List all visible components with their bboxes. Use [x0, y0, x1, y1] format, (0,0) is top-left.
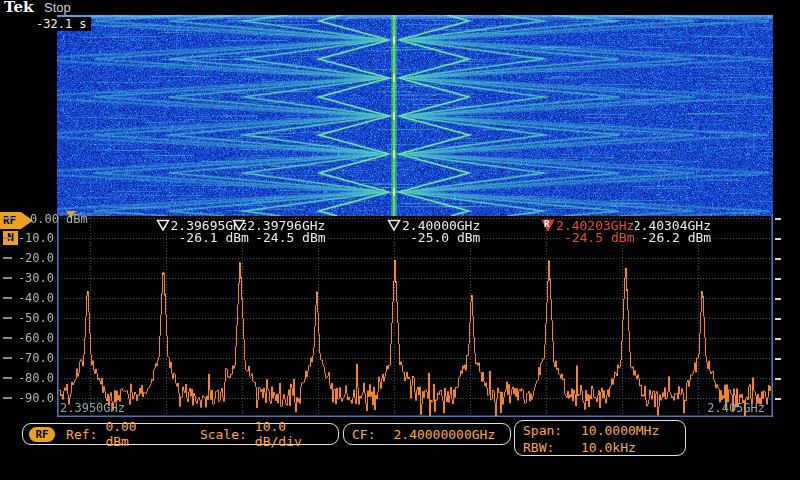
- x-axis-stop-label: 2.405GHz: [707, 401, 765, 415]
- y-tick-dash: [3, 357, 12, 359]
- ref-level-value: 0.00 dBm: [105, 419, 165, 449]
- rf-channel-tag[interactable]: RF: [0, 212, 33, 229]
- span-value: 10.0000MHz: [581, 423, 659, 438]
- y-tick-dash: [3, 217, 12, 219]
- y-tick-dash: [3, 257, 12, 259]
- rf-channel-badge[interactable]: RF: [29, 427, 55, 442]
- y-tick-dash: [3, 277, 12, 279]
- cf-value: 2.40000000GHz: [393, 427, 495, 442]
- marker-down-triangle-icon: [232, 219, 246, 232]
- oscilloscope-screen: Tek Stop -32.1 s RF N 0.00 dBm -10.0 -20…: [0, 0, 800, 480]
- y-tick-dash: [3, 337, 12, 339]
- ref-level-label: Ref:: [66, 427, 97, 442]
- scale-value: 10.0 dB/div: [255, 419, 338, 449]
- reference-marker: R2.40203GHz -24.5 dBm: [541, 217, 635, 247]
- marker-3: 2.40000GHz -25.0 dBm: [387, 217, 481, 247]
- y-tick-dash: [3, 397, 12, 399]
- rf-ref-scale-readout[interactable]: RF Ref: 0.00 dBm Scale: 10.0 dB/div: [22, 423, 339, 445]
- center-frequency-readout[interactable]: CF: 2.40000000GHz: [343, 423, 511, 445]
- span-label: Span:: [523, 423, 581, 438]
- marker-down-triangle-icon: [387, 219, 401, 232]
- y-tick-dash: [3, 237, 12, 239]
- x-axis-start-label: 2.3950GHz: [60, 401, 125, 415]
- reference-marker-triangle-icon: R: [541, 219, 555, 232]
- y-axis-ref-level-label: 0.00 dBm: [30, 212, 88, 226]
- y-tick-dash: [3, 317, 12, 319]
- header-bar: Tek Stop: [0, 0, 800, 15]
- span-rbw-readout[interactable]: Span: 10.0000MHz RBW: 10.0kHz: [514, 420, 686, 456]
- marker-2: 2.39796GHz -24.5 dBm: [232, 217, 326, 247]
- rbw-value: 10.0kHz: [581, 440, 636, 455]
- y-tick-dash: [3, 297, 12, 299]
- y-tick-dash: [3, 377, 12, 379]
- tek-logo: Tek: [4, 0, 33, 16]
- marker-down-triangle-icon: [156, 219, 170, 232]
- acquisition-status: Stop: [44, 0, 71, 15]
- spectrogram-canvas: [57, 15, 773, 216]
- cf-label: CF:: [352, 427, 375, 442]
- spectrogram-time-cursor: -32.1 s: [32, 17, 91, 31]
- scale-label: Scale:: [200, 427, 247, 442]
- rbw-label: RBW:: [523, 440, 581, 455]
